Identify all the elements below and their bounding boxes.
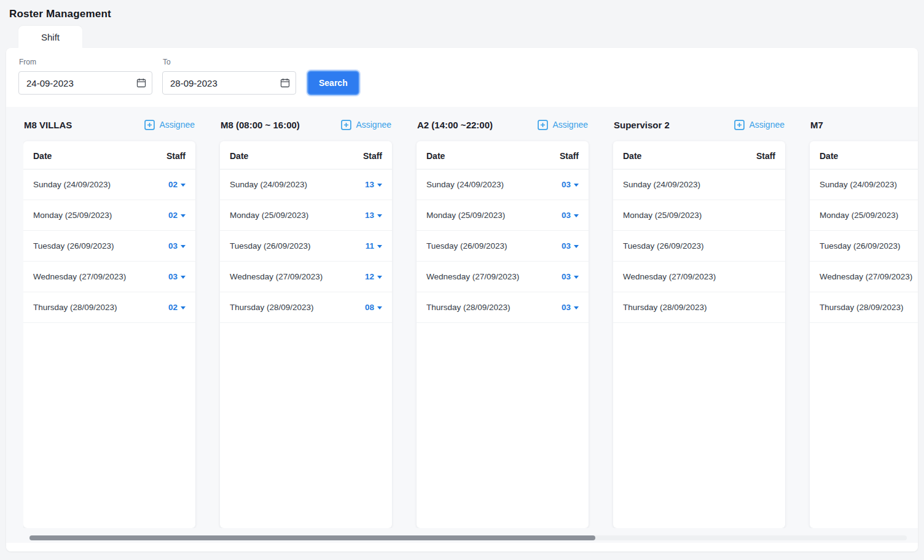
- date-column-header: Date: [33, 151, 52, 161]
- column-rows: Sunday (24/09/2023) 03 Monday (25/09/202…: [417, 169, 589, 323]
- table-header: Date Staff: [613, 141, 785, 169]
- row-date: Tuesday (26/09/2023): [230, 241, 311, 251]
- chevron-down-icon: [574, 245, 579, 248]
- shift-panel: From To: [6, 48, 918, 551]
- date-column-header: Date: [230, 151, 248, 161]
- table-row: Monday (25/09/2023) 13: [220, 200, 392, 231]
- row-date: Monday (25/09/2023): [426, 211, 505, 220]
- staff-count: 13: [365, 211, 374, 220]
- staff-count: 03: [562, 211, 571, 220]
- staff-dropdown[interactable]: 02: [168, 180, 186, 189]
- chevron-down-icon: [377, 214, 382, 217]
- add-assignee-icon: [734, 120, 745, 130]
- roster-card: Date Staff Sunday (24/09/2023) Monday (2…: [810, 141, 918, 528]
- staff-count: 02: [168, 303, 178, 312]
- staff-dropdown[interactable]: 02: [168, 303, 186, 312]
- row-date: Sunday (24/09/2023): [820, 180, 897, 189]
- horizontal-scrollbar-thumb[interactable]: [29, 535, 595, 540]
- table-row: Thursday (28/09/2023) 03: [417, 292, 589, 323]
- staff-dropdown[interactable]: 03: [562, 272, 579, 281]
- staff-dropdown[interactable]: 03: [562, 211, 579, 220]
- roster-card: Date Staff Sunday (24/09/2023) Monday (2…: [613, 141, 785, 528]
- staff-dropdown[interactable]: 03: [168, 272, 186, 281]
- table-row: Thursday (28/09/2023) 08: [220, 292, 392, 323]
- column-header: M8 (08:00 ~ 16:00) Assignee: [220, 114, 392, 135]
- add-assignee-label: Assignee: [749, 120, 785, 130]
- row-date: Monday (25/09/2023): [33, 211, 112, 220]
- row-date: Thursday (28/09/2023): [230, 303, 314, 312]
- from-field: From: [18, 58, 152, 95]
- to-label: To: [163, 58, 296, 66]
- calendar-icon[interactable]: [280, 78, 290, 88]
- column-rows: Sunday (24/09/2023) Monday (25/09/2023) …: [810, 169, 918, 323]
- chevron-down-icon: [377, 184, 382, 187]
- add-assignee-button[interactable]: Assignee: [144, 120, 195, 130]
- date-column-header: Date: [426, 151, 445, 161]
- staff-dropdown[interactable]: 13: [365, 211, 382, 220]
- add-assignee-label: Assignee: [159, 120, 195, 130]
- panel-footer: [6, 543, 918, 551]
- table-header: Date Staff: [23, 141, 195, 169]
- date-column-header: Date: [820, 151, 838, 161]
- column-title: A2 (14:00 ~22:00): [417, 120, 493, 130]
- staff-column-header: Staff: [560, 151, 579, 161]
- to-date-input[interactable]: [162, 71, 296, 95]
- staff-count: 11: [366, 241, 374, 251]
- row-date: Wednesday (27/09/2023): [820, 272, 912, 281]
- staff-count: 03: [562, 272, 571, 281]
- staff-dropdown[interactable]: 11: [366, 241, 382, 251]
- row-date: Thursday (28/09/2023): [820, 303, 904, 312]
- table-row: Sunday (24/09/2023) 02: [23, 169, 195, 200]
- row-date: Sunday (24/09/2023): [230, 180, 307, 189]
- add-assignee-button[interactable]: Assignee: [538, 120, 588, 130]
- staff-dropdown[interactable]: 02: [168, 211, 186, 220]
- add-assignee-icon: [538, 120, 548, 130]
- filter-bar: From To: [6, 48, 918, 107]
- row-date: Sunday (24/09/2023): [33, 180, 111, 189]
- chevron-down-icon: [377, 306, 382, 309]
- column-header: Supervisor 2 Assignee: [613, 114, 785, 135]
- row-date: Tuesday (26/09/2023): [623, 241, 704, 251]
- staff-dropdown[interactable]: 03: [168, 241, 186, 251]
- staff-dropdown[interactable]: 03: [562, 303, 579, 312]
- column-header: A2 (14:00 ~22:00) Assignee: [417, 114, 589, 135]
- table-row: Wednesday (27/09/2023) 03: [23, 262, 195, 292]
- staff-dropdown[interactable]: 03: [562, 241, 579, 251]
- table-row: Monday (25/09/2023) 02: [23, 200, 195, 231]
- table-row: Wednesday (27/09/2023): [810, 262, 918, 292]
- chevron-down-icon: [574, 184, 579, 187]
- search-button[interactable]: Search: [307, 71, 359, 95]
- table-row: Sunday (24/09/2023) 13: [220, 169, 392, 200]
- table-row: Tuesday (26/09/2023) 03: [23, 231, 195, 262]
- row-date: Wednesday (27/09/2023): [33, 272, 126, 281]
- row-date: Thursday (28/09/2023): [33, 303, 117, 312]
- staff-dropdown[interactable]: 12: [365, 272, 382, 281]
- staff-dropdown[interactable]: 13: [365, 180, 382, 189]
- add-assignee-button[interactable]: Assignee: [341, 120, 391, 130]
- tab-shift[interactable]: Shift: [18, 26, 82, 48]
- row-date: Wednesday (27/09/2023): [426, 272, 519, 281]
- row-date: Tuesday (26/09/2023): [820, 241, 901, 251]
- add-assignee-label: Assignee: [356, 120, 391, 130]
- from-date-input[interactable]: [18, 71, 152, 95]
- staff-dropdown[interactable]: 03: [562, 180, 579, 189]
- row-date: Tuesday (26/09/2023): [426, 241, 507, 251]
- chevron-down-icon: [181, 276, 186, 279]
- add-assignee-button[interactable]: Assignee: [734, 120, 785, 130]
- calendar-icon[interactable]: [136, 78, 146, 88]
- column-rows: Sunday (24/09/2023) Monday (25/09/2023) …: [613, 169, 785, 323]
- staff-dropdown[interactable]: 08: [365, 303, 382, 312]
- to-field: To: [162, 58, 296, 95]
- shift-column: M8 (08:00 ~ 16:00) Assignee Date Staff S…: [220, 114, 392, 528]
- row-date: Wednesday (27/09/2023): [230, 272, 323, 281]
- table-row: Tuesday (26/09/2023) 11: [220, 231, 392, 262]
- staff-count: 03: [168, 272, 178, 281]
- staff-count: 12: [365, 272, 374, 281]
- column-title: M7: [810, 120, 823, 130]
- roster-card: Date Staff Sunday (24/09/2023) 03 Monday…: [417, 141, 589, 528]
- table-header: Date Staff: [220, 141, 392, 169]
- from-label: From: [19, 58, 152, 66]
- table-row: Monday (25/09/2023): [613, 200, 785, 231]
- row-date: Wednesday (27/09/2023): [623, 272, 716, 281]
- table-row: Tuesday (26/09/2023) 03: [417, 231, 589, 262]
